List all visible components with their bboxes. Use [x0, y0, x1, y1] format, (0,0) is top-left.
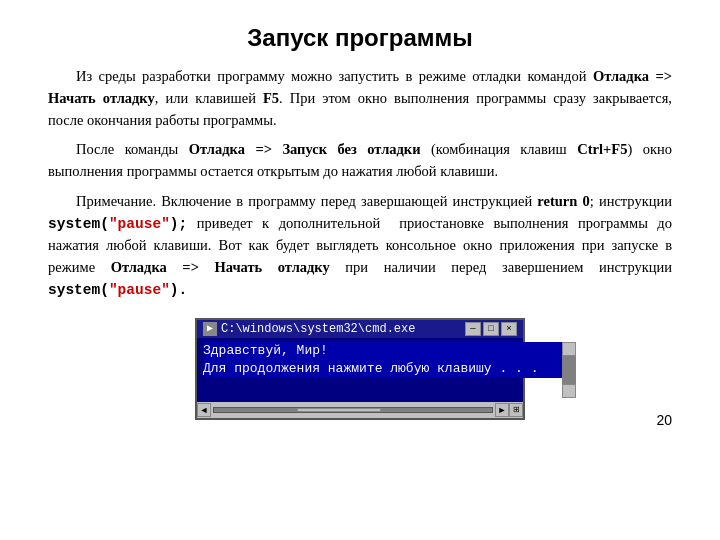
page-title: Запуск программы	[48, 24, 672, 52]
bold-4: Ctrl+F5	[577, 141, 627, 157]
cmd-statusbar: ◄ ► ⊞	[197, 402, 523, 418]
cmd-maximize-button[interactable]: □	[483, 322, 499, 336]
paragraph-3: Примечание. Включение в программу перед …	[48, 191, 672, 302]
cmd-minimize-button[interactable]: —	[465, 322, 481, 336]
cmd-window: ▶ C:\windows\system32\cmd.exe — □ × Здра…	[195, 318, 525, 420]
code-2: system("pause").	[48, 282, 187, 298]
cmd-title-text: C:\windows\system32\cmd.exe	[221, 322, 415, 336]
scroll-left-button[interactable]: ◄	[197, 403, 211, 417]
scroll-up-button[interactable]: ▲	[562, 342, 576, 356]
bold-3: Отладка => Запуск без отладки	[189, 141, 421, 157]
page-number: 20	[656, 412, 672, 428]
code-1: system("pause");	[48, 216, 187, 232]
paragraph-1: Из среды разработки программу можно запу…	[48, 66, 672, 131]
cmd-body: Здравствуй, Мир! Для продолжения нажмите…	[197, 338, 523, 402]
scroll-down-button[interactable]: ▼	[562, 384, 576, 398]
resize-grip[interactable]: ⊞	[509, 403, 523, 417]
cmd-content: Здравствуй, Мир! Для продолжения нажмите…	[203, 342, 562, 398]
h-scroll-track	[213, 407, 493, 413]
bold-5: return 0	[537, 193, 589, 209]
scroll-track	[562, 356, 576, 384]
scroll-right-button[interactable]: ►	[495, 403, 509, 417]
bold-1: Отладка => Начать отладку	[48, 68, 672, 106]
cmd-scrollbar[interactable]: ▲ ▼	[562, 342, 576, 398]
cmd-app-icon: ▶	[203, 322, 217, 336]
cmd-controls[interactable]: — □ ×	[465, 322, 517, 336]
body-text: Из среды разработки программу можно запу…	[48, 66, 672, 302]
paragraph-2: После команды Отладка => Запуск без отла…	[48, 139, 672, 183]
bold-6: system("pause");	[48, 215, 187, 231]
cmd-line-2: Для продолжения нажмите любую клавишу . …	[203, 360, 562, 378]
h-scroll-thumb	[297, 408, 380, 412]
cmd-close-button[interactable]: ×	[501, 322, 517, 336]
cmd-line-1: Здравствуй, Мир!	[203, 342, 562, 360]
bold-7: Отладка => Начать отладку	[111, 259, 330, 275]
bold-2: F5	[263, 90, 279, 106]
cmd-titlebar-left: ▶ C:\windows\system32\cmd.exe	[203, 322, 415, 336]
cmd-line-3	[203, 378, 562, 396]
bold-8: system("pause").	[48, 281, 187, 297]
page: Запуск программы Из среды разработки про…	[0, 0, 720, 444]
cmd-titlebar: ▶ C:\windows\system32\cmd.exe — □ ×	[197, 320, 523, 338]
